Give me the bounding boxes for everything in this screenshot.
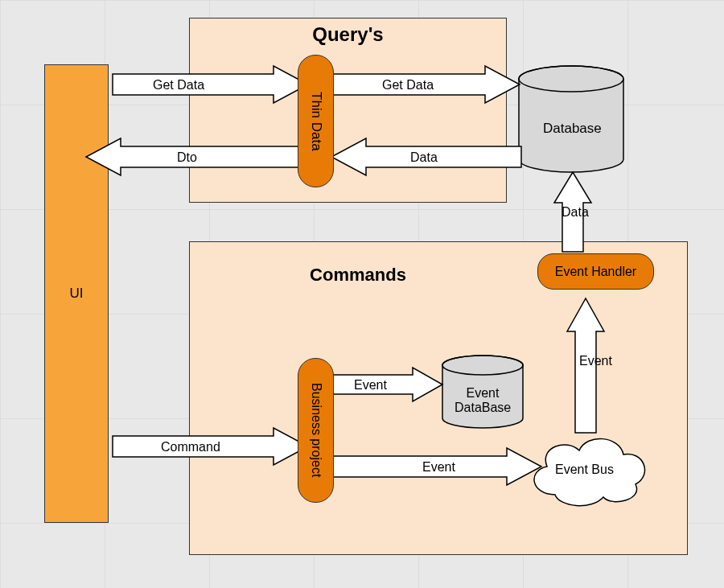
label-dto: Dto [177,150,197,165]
database-label: Database [543,121,602,137]
label-event-up: Event [579,354,612,368]
label-data: Data [410,150,438,165]
event-bus-label: Event Bus [555,463,614,477]
thin-data-pill: Thin Data [298,55,334,187]
label-get-data-1: Get Data [153,78,204,93]
label-command: Command [161,440,220,454]
label-get-data-2: Get Data [382,78,434,93]
query-title: Query's [190,23,506,46]
arrow-dto [80,137,314,177]
business-project-label: Business project [309,383,323,477]
event-handler-pill: Event Handler [537,253,654,290]
ui-label: UI [70,286,84,302]
label-data-up: Data [562,205,589,220]
event-database-label: Event DataBase [455,386,511,416]
event-handler-label: Event Handler [555,265,636,279]
business-project-pill: Business project [298,358,334,503]
thin-data-label: Thin Data [308,92,324,151]
ui-box: UI [44,64,109,523]
label-event-to-db: Event [354,378,387,393]
label-event-to-bus: Event [422,460,455,475]
arrow-get-data-1 [109,64,314,105]
